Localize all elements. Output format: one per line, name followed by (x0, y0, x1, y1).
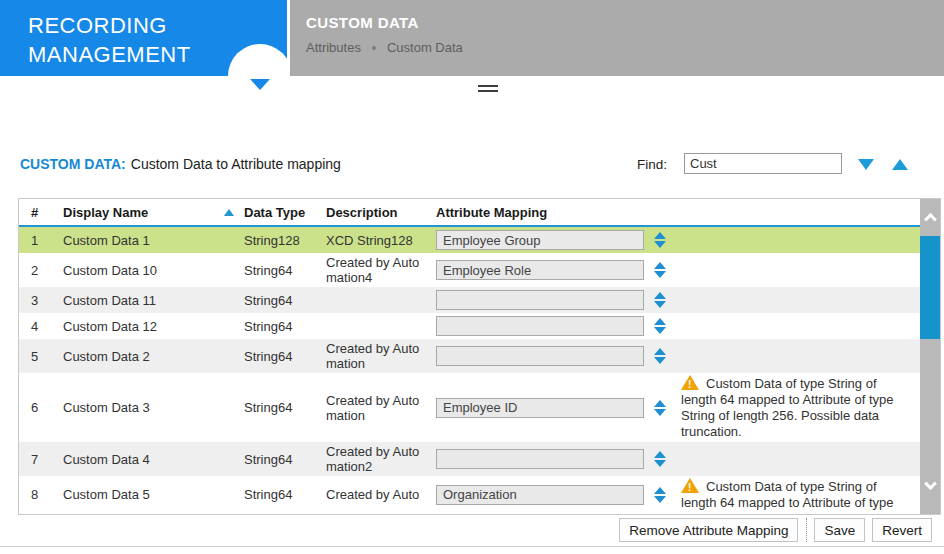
row-attribute-mapping (436, 290, 681, 310)
spinner-up-icon (654, 262, 666, 269)
row-data-type: String128 (244, 233, 326, 248)
attribute-spinner-icon[interactable] (654, 232, 666, 248)
scroll-down-icon (924, 477, 937, 490)
column-header-number[interactable]: # (31, 205, 63, 220)
breadcrumb-attributes[interactable]: Attributes (306, 40, 361, 55)
row-number: 4 (31, 319, 63, 334)
sort-ascending-icon[interactable] (224, 209, 234, 216)
attribute-mapping-input[interactable] (436, 260, 644, 280)
table-row[interactable]: 3 Custom Data 11 String64 (19, 287, 920, 313)
row-warning: Custom Data of type String of length 64 … (681, 478, 920, 511)
save-button[interactable]: Save (814, 518, 865, 542)
attribute-spinner-icon[interactable] (654, 318, 666, 334)
warning-text: Custom Data of type String of length 64 … (681, 376, 893, 439)
breadcrumb-custom-data[interactable]: Custom Data (387, 40, 463, 55)
row-data-type: String64 (244, 319, 326, 334)
attribute-spinner-icon[interactable] (654, 292, 666, 308)
attribute-spinner-icon[interactable] (654, 451, 666, 467)
row-description: XCD String128 (326, 233, 436, 248)
column-header-description[interactable]: Description (326, 205, 436, 220)
table-row[interactable]: 7 Custom Data 4 String64 Created by Auto… (19, 442, 920, 476)
attribute-mapping-input[interactable] (436, 290, 644, 310)
row-number: 2 (31, 263, 63, 278)
row-attribute-mapping (436, 316, 681, 336)
splitter-handle-icon[interactable] (478, 85, 498, 95)
spinner-down-icon (654, 460, 666, 467)
attribute-spinner-icon[interactable] (654, 262, 666, 278)
find-label: Find: (637, 157, 667, 172)
scroll-down-button[interactable] (920, 471, 940, 501)
row-display-name: Custom Data 12 (63, 319, 244, 334)
spinner-up-icon (654, 400, 666, 407)
row-data-type: String64 (244, 349, 326, 364)
row-attribute-mapping (436, 449, 681, 469)
row-attribute-mapping (436, 230, 681, 250)
panel-heading-text: Custom Data to Attribute mapping (131, 156, 341, 172)
attribute-spinner-icon[interactable] (654, 400, 666, 416)
header-collapse-notch (228, 44, 292, 108)
breadcrumb-separator-icon (372, 46, 376, 50)
row-display-name: Custom Data 2 (63, 349, 244, 364)
attribute-mapping-input[interactable] (436, 316, 644, 336)
table-row[interactable]: 1 Custom Data 1 String128 XCD String128 (19, 227, 920, 253)
attribute-mapping-input[interactable] (436, 230, 644, 250)
find-previous-icon[interactable] (892, 159, 908, 170)
attribute-mapping-input[interactable] (436, 346, 644, 366)
custom-data-table: # Display Name Data Type Description Att… (18, 198, 941, 515)
remove-attribute-mapping-button[interactable]: Remove Attribute Mapping (619, 518, 798, 542)
attribute-spinner-icon[interactable] (654, 487, 666, 503)
column-header-data-type[interactable]: Data Type (244, 205, 326, 220)
attribute-mapping-input[interactable] (436, 398, 644, 418)
row-description: Created by Auto mation4 (326, 255, 436, 285)
scrollbar-thumb[interactable] (920, 236, 940, 339)
row-number: 1 (31, 233, 63, 248)
column-header-display-name[interactable]: Display Name (63, 205, 244, 220)
row-display-name: Custom Data 1 (63, 233, 244, 248)
row-description: Created by Auto (326, 487, 436, 502)
row-number: 8 (31, 487, 63, 502)
spinner-up-icon (654, 487, 666, 494)
panel-heading-label: CUSTOM DATA: (20, 156, 126, 172)
row-warning: Custom Data of type String of length 64 … (681, 375, 920, 440)
scroll-up-icon (924, 212, 937, 225)
row-attribute-mapping (436, 260, 681, 280)
find-next-icon[interactable] (858, 159, 874, 170)
spinner-up-icon (654, 348, 666, 355)
spinner-up-icon (654, 232, 666, 239)
attribute-mapping-input[interactable] (436, 485, 644, 505)
find-input[interactable] (684, 153, 842, 174)
column-header-attribute-mapping[interactable]: Attribute Mapping (436, 205, 681, 220)
attribute-spinner-icon[interactable] (654, 348, 666, 364)
table-row[interactable]: 4 Custom Data 12 String64 (19, 313, 920, 339)
table-row[interactable]: 8 Custom Data 5 String64 Created by Auto… (19, 476, 920, 512)
row-display-name: Custom Data 4 (63, 452, 244, 467)
row-attribute-mapping (436, 485, 681, 505)
table-body: 1 Custom Data 1 String128 XCD String128 … (19, 227, 920, 512)
row-data-type: String64 (244, 487, 326, 502)
warning-icon (681, 375, 699, 390)
spinner-up-icon (654, 451, 666, 458)
scroll-up-button[interactable] (920, 201, 940, 231)
warning-icon (681, 478, 699, 493)
row-data-type: String64 (244, 293, 326, 308)
panel-heading: CUSTOM DATA:Custom Data to Attribute map… (20, 156, 341, 172)
row-display-name: Custom Data 3 (63, 400, 244, 415)
breadcrumb: Attributes Custom Data (306, 40, 944, 55)
table-row[interactable]: 5 Custom Data 2 String64 Created by Auto… (19, 339, 920, 373)
row-data-type: String64 (244, 452, 326, 467)
spinner-down-icon (654, 327, 666, 334)
table-row[interactable]: 6 Custom Data 3 String64 Created by Auto… (19, 373, 920, 442)
column-header-display-name-label: Display Name (63, 205, 148, 220)
spinner-down-icon (654, 409, 666, 416)
table-row[interactable]: 2 Custom Data 10 String64 Created by Aut… (19, 253, 920, 287)
row-display-name: Custom Data 11 (63, 293, 244, 308)
revert-button[interactable]: Revert (872, 518, 932, 542)
footer-separator (806, 518, 807, 542)
collapse-panel-icon[interactable] (250, 79, 270, 90)
spinner-down-icon (654, 241, 666, 248)
spinner-up-icon (654, 318, 666, 325)
table-scrollbar[interactable] (920, 199, 940, 514)
spinner-down-icon (654, 301, 666, 308)
table-header: # Display Name Data Type Description Att… (19, 199, 920, 227)
attribute-mapping-input[interactable] (436, 449, 644, 469)
